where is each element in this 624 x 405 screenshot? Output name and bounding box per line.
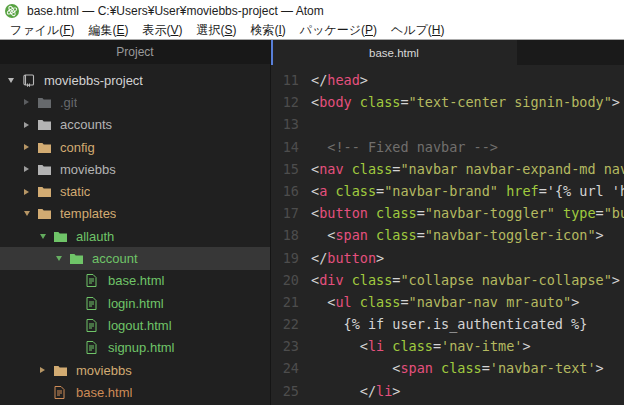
tree-item-label: static (60, 184, 90, 199)
code-token: {% if user.is_authenticated %} (311, 316, 587, 332)
code-token: class (360, 294, 401, 310)
tree-item-allauth[interactable]: allauth (0, 225, 270, 247)
chevron-right-icon[interactable] (24, 122, 38, 128)
code-token (433, 360, 441, 376)
code-token: > (612, 272, 620, 288)
tree-item-moviebbs[interactable]: moviebbs (0, 158, 270, 180)
tree-item-templates[interactable]: templates (0, 203, 270, 225)
tree-item-moviebbs-project[interactable]: moviebbs-project (0, 69, 270, 91)
tree-item-static[interactable]: static (0, 180, 270, 202)
menu-packages[interactable]: パッケージ(P) (293, 21, 384, 39)
line-number-gutter: 11121314151617181920212223242526 (271, 69, 299, 405)
code-line[interactable] (311, 113, 624, 135)
code-token: span (400, 360, 433, 376)
tree-item-accounts[interactable]: accounts (0, 114, 270, 136)
line-number: 16 (271, 180, 299, 202)
code-token: li (376, 383, 392, 399)
tab-label: base.html (369, 47, 419, 59)
code-token: > (596, 360, 604, 376)
tree-item-base-html[interactable]: base.html (0, 270, 270, 292)
menu-find[interactable]: 検索(I) (244, 21, 293, 39)
tree-item-templates-base-html[interactable]: base.html (0, 381, 270, 403)
file-icon (86, 296, 102, 310)
menu-help[interactable]: ヘルプ(H) (384, 21, 452, 39)
chevron-right-icon[interactable] (40, 367, 54, 373)
chevron-right-icon[interactable] (24, 189, 38, 195)
code-line[interactable]: <ul class="navbar-nav mr-auto"> (311, 291, 624, 313)
line-number: 15 (271, 158, 299, 180)
code-line[interactable]: {% if user.is_authenticated %} (311, 313, 624, 335)
code-token: = (376, 183, 384, 199)
tree-item-templates-moviebbs[interactable]: moviebbs (0, 359, 270, 381)
code-line[interactable]: <span class="navbar-toggler-icon"> (311, 224, 624, 246)
code-line[interactable]: <div class="collapse navbar-collapse"> (311, 269, 624, 291)
tree-item-git[interactable]: .git (0, 91, 270, 113)
chevron-right-icon[interactable] (24, 166, 38, 172)
code-token: 'navbar-text' (490, 360, 596, 376)
code-area[interactable]: </head><body class="text-center signin-b… (299, 69, 624, 405)
code-token: 'nav-itme' (441, 338, 522, 354)
chevron-down-icon[interactable] (56, 256, 70, 261)
line-number: 13 (271, 113, 299, 135)
repo-icon (22, 73, 38, 87)
code-token (311, 360, 392, 376)
code-token: "button" (604, 205, 624, 221)
line-number: 17 (271, 202, 299, 224)
code-line[interactable]: </li> (311, 380, 624, 402)
code-token: class (352, 272, 393, 288)
code-line[interactable]: </head> (311, 69, 624, 91)
code-token (352, 294, 360, 310)
folder-icon (54, 363, 70, 377)
tree-item-login-html[interactable]: login.html (0, 292, 270, 314)
tree-item-logout-html[interactable]: logout.html (0, 314, 270, 336)
menu-view[interactable]: 表示(V) (135, 21, 189, 39)
tree-item-config[interactable]: config (0, 136, 270, 158)
menu-edit[interactable]: 編集(E) (81, 21, 135, 39)
line-number: 23 (271, 335, 299, 357)
code-token: < (360, 338, 368, 354)
chevron-down-icon[interactable] (8, 78, 22, 83)
code-line[interactable]: <!-- Fixed navbar --> (311, 136, 624, 158)
line-number: 18 (271, 224, 299, 246)
tree-item-label: allauth (76, 229, 114, 244)
code-token: class (376, 205, 417, 221)
tab-base-html[interactable]: base.html (271, 40, 517, 65)
tree-item-signup-html[interactable]: signup.html (0, 337, 270, 359)
code-token: ul (335, 294, 351, 310)
chevron-right-icon[interactable] (24, 99, 38, 105)
line-number: 14 (271, 136, 299, 158)
code-token: head (327, 72, 360, 88)
code-line[interactable]: <a class="navbar-brand" href='{% url 'ho… (311, 180, 624, 202)
tree-item-label: .git (60, 95, 77, 110)
tree-item-label: templates (60, 206, 116, 221)
chevron-down-icon[interactable] (40, 234, 54, 239)
chevron-down-icon[interactable] (24, 211, 38, 216)
tree-item-account[interactable]: account (0, 247, 270, 269)
line-number: 22 (271, 313, 299, 335)
code-line[interactable]: <li class='nav-itme'> (311, 335, 624, 357)
folder-icon (38, 162, 54, 176)
code-line[interactable]: </button> (311, 247, 624, 269)
menu-file[interactable]: ファイル(F) (3, 21, 81, 39)
code-token: > (612, 94, 620, 110)
code-line[interactable]: <span class='navbar-text'> (311, 357, 624, 379)
code-token: nav (319, 161, 343, 177)
code-line[interactable]: <body class="text-center signin-body"> (311, 91, 624, 113)
code-token: type (563, 205, 596, 221)
chevron-right-icon[interactable] (24, 144, 38, 150)
text-editor[interactable]: 11121314151617181920212223242526 </head>… (271, 65, 624, 405)
tree-item-label: login.html (108, 296, 164, 311)
code-line[interactable]: <button class="navbar-toggler" type="but… (311, 202, 624, 224)
code-token (368, 227, 376, 243)
title-bar: base.html — C:¥Users¥User¥moviebbs-proje… (0, 0, 624, 21)
code-token: > (392, 383, 400, 399)
menu-selection[interactable]: 選択(S) (190, 21, 244, 39)
tree-item-label: logout.html (108, 318, 172, 333)
folder-open-icon (70, 252, 86, 266)
code-token: "navbar-brand" (384, 183, 498, 199)
code-line[interactable]: <nav class="navbar navbar-expand-md navb… (311, 158, 624, 180)
folder-icon (38, 140, 54, 154)
line-number: 11 (271, 69, 299, 91)
tree-view-header: Project (0, 40, 270, 64)
code-token: > (376, 250, 384, 266)
